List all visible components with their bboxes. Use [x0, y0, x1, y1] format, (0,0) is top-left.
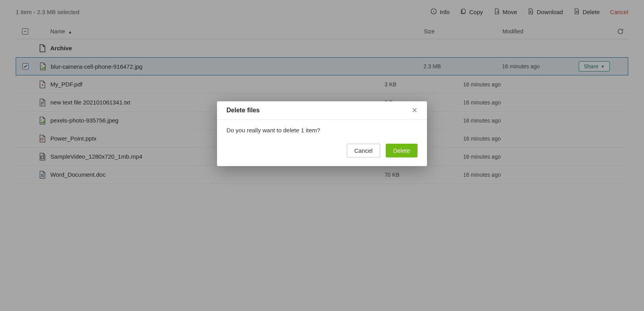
modal-message: Do you really want to delete 1 item?	[226, 127, 320, 134]
modal-title: Delete files	[226, 107, 259, 114]
delete-confirmation-modal: Delete files ✕ Do you really want to del…	[217, 101, 427, 166]
modal-cancel-button[interactable]: Cancel	[347, 144, 380, 157]
close-icon[interactable]: ✕	[412, 107, 418, 114]
file-manager-page: 1 item - 2.3 MB selected Info Copy Move	[0, 0, 644, 311]
modal-overlay[interactable]: Delete files ✕ Do you really want to del…	[0, 0, 644, 311]
modal-delete-button[interactable]: Delete	[386, 144, 418, 157]
